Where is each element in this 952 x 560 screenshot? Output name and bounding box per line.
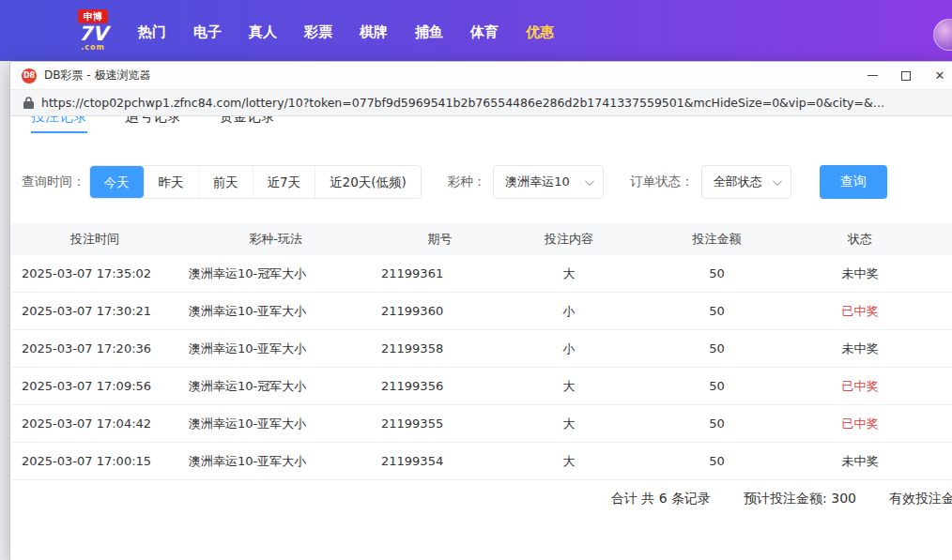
bets-table: 投注时间彩种-玩法期号投注内容投注金额状态中 2025-03-07 17:35:…: [10, 223, 952, 480]
status-select-value: 全部状态: [714, 174, 762, 190]
cell: 21199360: [372, 304, 508, 318]
summary-bar: 合计 共 6 条记录 预计投注金额: 300 有效投注金额: [10, 480, 952, 518]
cell: 21199356: [372, 379, 508, 393]
table-row: 2025-03-07 17:30:21澳洲幸运10-亚军大小21199360小5…: [10, 293, 952, 330]
cell: 澳洲幸运10-冠军大小: [179, 378, 372, 395]
nav-menu: 热门电子真人彩票棋牌捕鱼体育优惠: [138, 23, 554, 41]
nav-item-5[interactable]: 棋牌: [360, 23, 388, 41]
header-cell-7: 中: [916, 231, 952, 248]
cell: 50: [630, 304, 804, 318]
time-filter-label: 查询时间：: [22, 174, 85, 190]
header-cell-4: 投注内容: [508, 231, 630, 248]
cell: 21199354: [372, 454, 508, 468]
nav-item-3[interactable]: 真人: [249, 23, 277, 41]
cell: 澳洲幸运10-亚军大小: [179, 453, 372, 470]
cell: 大: [508, 416, 630, 432]
nav-item-8[interactable]: 优惠: [526, 23, 554, 41]
valid-amount: 有效投注金额: [889, 491, 952, 507]
cell: 50: [630, 416, 804, 431]
lock-icon: [23, 97, 34, 109]
nav-item-6[interactable]: 捕鱼: [415, 23, 443, 41]
cell: 2025-03-07 17:00:15: [10, 454, 179, 468]
window-controls: ✕: [855, 62, 952, 90]
filter-bar: 查询时间： 今天昨天前天近7天近20天(低频) 彩种： 澳洲幸运10 订单状态：…: [10, 165, 952, 199]
table-body: 2025-03-07 17:35:02澳洲幸运10-冠军大小21199361大5…: [10, 255, 952, 480]
cell: 2025-03-07 17:35:02: [10, 266, 179, 280]
search-button[interactable]: 查询: [820, 165, 887, 199]
time-option-2[interactable]: 昨天: [144, 166, 198, 198]
table-row: 2025-03-07 17:20:36澳洲幸运10-亚军大小21199358小5…: [10, 330, 952, 368]
nav-item-1[interactable]: 热门: [138, 23, 166, 41]
cell: 2025-03-07 17:20:36: [10, 341, 179, 356]
chevron-down-icon: [773, 176, 782, 186]
cell: 大: [508, 265, 630, 282]
url-text: https://ctop02pchwp1.zfnc84.com/lottery/…: [41, 96, 884, 110]
time-option-5[interactable]: 近20天(低频): [315, 166, 421, 198]
chevron-down-icon: [585, 176, 594, 186]
cell: 澳洲幸运10-亚军大小: [179, 416, 372, 432]
nav-item-4[interactable]: 彩票: [304, 23, 332, 41]
cell: 21199358: [372, 341, 508, 356]
lottery-filter-label: 彩种：: [448, 174, 486, 190]
maximize-icon: [901, 71, 911, 81]
brand-logo[interactable]: 申博 7V .com: [70, 9, 115, 52]
table-row: 2025-03-07 17:35:02澳洲幸运10-冠军大小21199361大5…: [10, 255, 952, 293]
minimize-icon: [868, 75, 878, 77]
time-option-1[interactable]: 今天: [90, 166, 144, 198]
cell: 未中奖: [804, 265, 916, 282]
cell: 澳洲幸运10-冠军大小: [179, 265, 372, 282]
table-header: 投注时间彩种-玩法期号投注内容投注金额状态中: [10, 223, 952, 255]
address-bar[interactable]: https://ctop02pchwp1.zfnc84.com/lottery/…: [10, 90, 952, 116]
window-title: DB彩票 - 极速浏览器: [44, 68, 855, 83]
cell: 已中奖: [804, 303, 916, 320]
tab-bar: 投注记录追号记录资金记录: [10, 116, 952, 133]
cell: 50: [630, 379, 804, 393]
brand-badge: 申博: [78, 9, 108, 23]
user-avatar[interactable]: [933, 19, 952, 51]
cell: 小: [508, 303, 630, 320]
header-cell-6: 状态: [804, 231, 916, 248]
time-filter-group: 今天昨天前天近7天近20天(低频): [89, 165, 422, 199]
screen: 申博 7V .com 热门电子真人彩票棋牌捕鱼体育优惠 D8 DB彩票 - 极速…: [0, 0, 952, 560]
header-cell-3: 期号: [372, 231, 508, 248]
expected-amount: 预计投注金额: 300: [744, 491, 856, 507]
time-option-4[interactable]: 近7天: [253, 166, 315, 198]
cell: 大: [508, 453, 630, 470]
top-nav: 申博 7V .com 热门电子真人彩票棋牌捕鱼体育优惠: [0, 0, 952, 61]
window-titlebar: D8 DB彩票 - 极速浏览器 ✕: [10, 62, 952, 90]
nav-item-2[interactable]: 电子: [193, 23, 222, 41]
cell: 已中奖: [804, 416, 916, 432]
total-records: 合计 共 6 条记录: [611, 491, 711, 507]
page-content: 投注记录追号记录资金记录 查询时间： 今天昨天前天近7天近20天(低频) 彩种：…: [10, 116, 952, 560]
table-row: 2025-03-07 17:09:56澳洲幸运10-冠军大小21199356大5…: [10, 368, 952, 405]
time-option-3[interactable]: 前天: [198, 166, 253, 198]
cell: 2025-03-07 17:09:56: [10, 379, 179, 393]
cell: 50: [630, 266, 804, 280]
cell: 小: [508, 341, 630, 357]
cell: 21199355: [372, 416, 508, 431]
tab-2[interactable]: 追号记录: [125, 116, 181, 133]
cell: 澳洲幸运10-亚军大小: [179, 303, 372, 320]
brand-name: 7V: [79, 23, 108, 44]
lottery-select-value: 澳洲幸运10: [505, 174, 570, 190]
nav-item-7[interactable]: 体育: [470, 23, 499, 41]
header-cell-1: 投注时间: [10, 231, 179, 248]
status-select[interactable]: 全部状态: [701, 165, 791, 199]
lottery-select[interactable]: 澳洲幸运10: [493, 165, 604, 199]
cell: 澳洲幸运10-亚军大小: [179, 341, 372, 357]
close-button[interactable]: ✕: [923, 62, 952, 90]
header-cell-2: 彩种-玩法: [179, 231, 372, 248]
cell: 2025-03-07 17:30:21: [10, 304, 179, 318]
header-cell-5: 投注金额: [630, 231, 804, 248]
cell: 未中奖: [804, 453, 916, 470]
browser-window: D8 DB彩票 - 极速浏览器 ✕ https://ctop02pchwp1.z…: [9, 61, 952, 560]
cell: 未中奖: [804, 341, 916, 357]
tab-1[interactable]: 投注记录: [31, 116, 87, 133]
app-icon: D8: [22, 68, 37, 83]
brand-suffix: .com: [81, 44, 105, 52]
cell: 已中奖: [804, 378, 916, 395]
minimize-button[interactable]: [855, 62, 889, 90]
tab-3[interactable]: 资金记录: [219, 116, 275, 133]
maximize-button[interactable]: [889, 62, 923, 90]
cell: 2025-03-07 17:04:42: [10, 416, 179, 431]
